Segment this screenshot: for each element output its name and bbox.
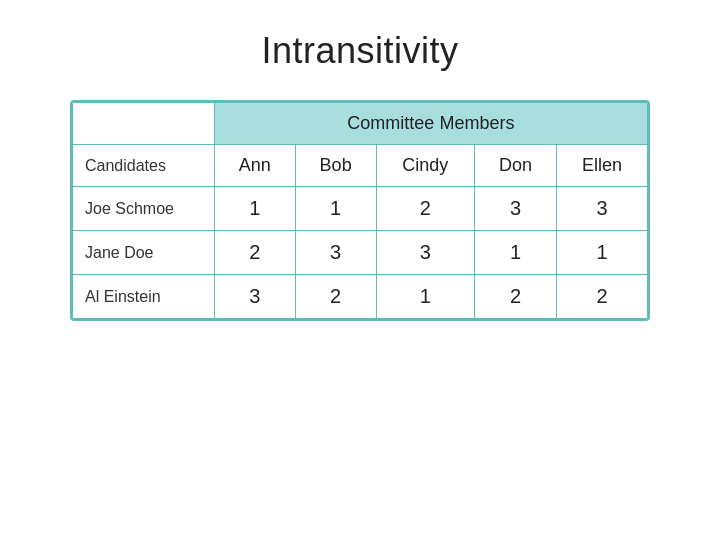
table-cell-r1-c2: 3: [376, 231, 474, 275]
table-cell-r1-c1: 3: [295, 231, 376, 275]
candidates-label: Candidates: [73, 145, 215, 187]
member-cindy: Cindy: [376, 145, 474, 187]
table-cell-r2-c2: 1: [376, 275, 474, 319]
candidate-label-2: Al Einstein: [73, 275, 215, 319]
table-cell-r1-c3: 1: [474, 231, 556, 275]
table-cell-r1-c0: 2: [214, 231, 295, 275]
table-cell-r0-c0: 1: [214, 187, 295, 231]
table-cell-r0-c2: 2: [376, 187, 474, 231]
member-ann: Ann: [214, 145, 295, 187]
top-left-cell: [73, 103, 215, 145]
member-bob: Bob: [295, 145, 376, 187]
member-don: Don: [474, 145, 556, 187]
table-cell-r0-c1: 1: [295, 187, 376, 231]
table-cell-r0-c3: 3: [474, 187, 556, 231]
member-ellen: Ellen: [557, 145, 648, 187]
table-cell-r2-c0: 3: [214, 275, 295, 319]
candidate-label-0: Joe Schmoe: [73, 187, 215, 231]
candidate-label-1: Jane Doe: [73, 231, 215, 275]
table-cell-r2-c1: 2: [295, 275, 376, 319]
table-cell-r2-c3: 2: [474, 275, 556, 319]
main-table: Committee Members Candidates Ann Bob Cin…: [70, 100, 650, 321]
table-cell-r1-c4: 1: [557, 231, 648, 275]
table-cell-r0-c4: 3: [557, 187, 648, 231]
page-title: Intransitivity: [261, 30, 458, 72]
committee-members-header: Committee Members: [214, 103, 647, 145]
table-cell-r2-c4: 2: [557, 275, 648, 319]
